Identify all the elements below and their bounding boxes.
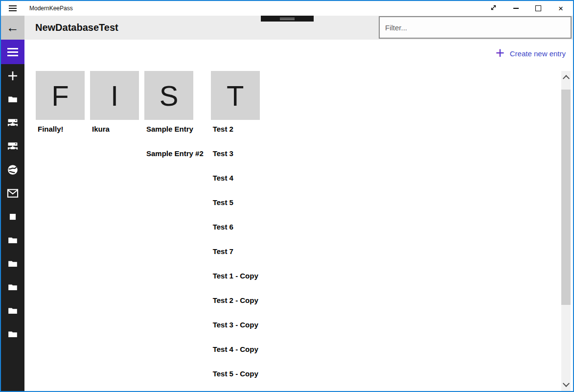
group-header-tile[interactable]: S xyxy=(144,71,193,120)
hamburger-line xyxy=(7,48,18,49)
sidebar-item-5[interactable] xyxy=(1,182,24,205)
chevron-up-icon xyxy=(562,75,569,82)
entry-group-S: SSample EntrySample Entry #2 xyxy=(144,71,206,169)
back-arrow-icon: ← xyxy=(6,20,19,35)
group-letter: F xyxy=(51,79,69,112)
titlebar: ModernKeePass × xyxy=(1,1,573,16)
fullscreen-button[interactable] xyxy=(482,1,505,16)
entry-group-I: IIkura xyxy=(90,71,139,144)
filter-input[interactable] xyxy=(379,16,572,39)
maximize-button[interactable] xyxy=(527,1,550,16)
entry-item[interactable]: Sample Entry xyxy=(144,120,206,144)
entry-item[interactable]: Test 3 xyxy=(211,144,260,169)
folder-icon xyxy=(7,329,18,340)
group-header-tile[interactable]: I xyxy=(90,71,139,120)
app-title: ModernKeePass xyxy=(29,1,73,16)
folder-icon xyxy=(7,282,18,293)
sidebar-item-0[interactable] xyxy=(1,64,24,88)
sidebar-item-2[interactable] xyxy=(1,111,24,135)
entry-item[interactable]: Test 7 xyxy=(211,242,260,267)
entry-item[interactable]: Test 5 - Copy xyxy=(211,365,260,389)
entry-item[interactable]: Test 1 - Copy xyxy=(211,267,260,291)
entry-list: Sample EntrySample Entry #2 xyxy=(144,120,206,169)
entry-item[interactable]: Test 2 - Copy xyxy=(211,291,260,316)
sidebar-item-4[interactable] xyxy=(1,158,24,182)
minimize-button[interactable] xyxy=(505,1,527,16)
maximize-icon xyxy=(535,5,541,11)
folder-icon xyxy=(7,94,18,105)
close-button[interactable]: × xyxy=(550,1,572,16)
folder-icon xyxy=(7,258,18,269)
folder-icon xyxy=(7,305,18,316)
entry-item[interactable]: Test 3 - Copy xyxy=(211,316,260,340)
grabber-line xyxy=(280,18,295,19)
entry-item[interactable]: Test 6 xyxy=(211,218,260,242)
hamburger-line xyxy=(9,5,17,6)
sidebar-item-3[interactable] xyxy=(1,135,24,158)
scroll-up-button[interactable] xyxy=(561,73,571,82)
group-letter: S xyxy=(160,79,179,112)
vertical-scrollbar[interactable] xyxy=(561,71,571,391)
group-letter: I xyxy=(111,79,118,112)
window-controls: × xyxy=(482,1,572,16)
entry-item[interactable]: Test 4 - Copy xyxy=(211,340,260,365)
sidebar-item-8[interactable] xyxy=(1,252,24,276)
group-header-tile[interactable]: T xyxy=(211,71,260,120)
page-title: NewDatabaseTest xyxy=(35,16,118,40)
folder-icon xyxy=(7,235,18,246)
mail-icon xyxy=(6,187,19,199)
appbar-peek-handle[interactable] xyxy=(261,16,314,22)
entry-list: Finally! xyxy=(36,120,85,144)
sidebar-icon-list xyxy=(1,64,24,346)
diagonal-resize-icon xyxy=(490,4,497,13)
group-header-tile[interactable]: F xyxy=(36,71,85,120)
entry-item[interactable]: Test 4 xyxy=(211,169,260,193)
sidebar xyxy=(1,40,24,391)
entry-group-F: FFinally! xyxy=(36,71,85,144)
entry-item[interactable]: Ikura xyxy=(90,120,139,144)
network-icon xyxy=(6,140,19,153)
square-icon xyxy=(7,211,18,222)
sidebar-item-11[interactable] xyxy=(1,323,24,346)
sidebar-item-7[interactable] xyxy=(1,229,24,252)
sidebar-item-9[interactable] xyxy=(1,276,24,299)
create-new-entry-label: Create new entry xyxy=(510,49,566,58)
hamburger-line xyxy=(7,51,18,53)
globe-icon xyxy=(7,164,19,176)
hamburger-line xyxy=(7,55,18,56)
close-icon: × xyxy=(558,4,563,13)
group-letter: T xyxy=(227,79,244,112)
minimize-icon xyxy=(513,8,519,9)
entry-group-T: TTest 2Test 3Test 4Test 5Test 6Test 7Tes… xyxy=(211,71,260,389)
sidebar-hamburger-button[interactable] xyxy=(1,40,24,64)
group-grid: FFinally!IIkuraSSample EntrySample Entry… xyxy=(36,71,266,389)
sidebar-item-1[interactable] xyxy=(1,88,24,111)
scrollbar-thumb[interactable] xyxy=(561,90,571,305)
network-icon xyxy=(6,116,19,129)
sidebar-item-6[interactable] xyxy=(1,205,24,229)
plus-icon: + xyxy=(496,47,505,60)
hamburger-line xyxy=(9,8,17,9)
create-new-entry-button[interactable]: + Create new entry xyxy=(496,47,566,60)
entry-item[interactable]: Test 5 xyxy=(211,193,260,218)
add-icon xyxy=(6,69,19,82)
titlebar-hamburger-icon[interactable] xyxy=(1,1,24,16)
app-window: ModernKeePass × ← NewDatabaseTest xyxy=(0,0,574,392)
entry-list: Ikura xyxy=(90,120,139,144)
chevron-down-icon xyxy=(562,380,569,387)
entry-item[interactable]: Sample Entry #2 xyxy=(144,144,206,169)
back-button[interactable]: ← xyxy=(1,16,24,40)
entry-list: Test 2Test 3Test 4Test 5Test 6Test 7Test… xyxy=(211,120,260,389)
grabber-line xyxy=(280,19,295,20)
entry-item[interactable]: Finally! xyxy=(36,120,85,144)
scroll-down-button[interactable] xyxy=(561,380,571,389)
hamburger-line xyxy=(9,10,17,11)
entry-item[interactable]: Test 2 xyxy=(211,120,260,144)
sidebar-item-10[interactable] xyxy=(1,299,24,323)
